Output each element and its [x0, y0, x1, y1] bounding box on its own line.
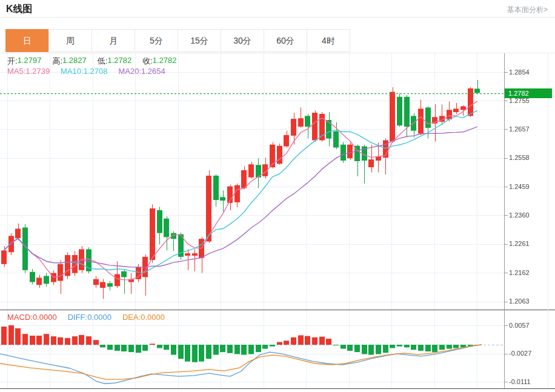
macd-legend-item: DEA:0.0000	[122, 313, 165, 322]
ohlc-legend-item: 开:1.2797	[7, 56, 41, 67]
legend-label: 低:	[98, 56, 108, 67]
ma-legend-item: MA20:1.2654	[118, 67, 165, 76]
ma-legend-item: MA5:1.2739	[7, 67, 50, 76]
legend-value: 1.2827	[62, 56, 87, 67]
legend-value: 0.0000	[33, 313, 57, 322]
price-tick-label: 1.2261	[509, 240, 530, 247]
tab-60分[interactable]: 60分	[264, 29, 307, 52]
legend-value: 1.2782	[107, 56, 131, 67]
ohlc-legend: 开:1.2797高:1.2827低:1.2782收:1.2782	[7, 56, 177, 67]
ohlc-legend-item: 收:1.2782	[142, 56, 176, 67]
legend-value: 1.2654	[141, 67, 165, 76]
legend-value: 0.0000	[87, 313, 111, 322]
price-tick-label: 1.2162	[509, 269, 530, 276]
tab-月[interactable]: 月	[91, 29, 135, 52]
legend-label: MA5:	[7, 67, 25, 76]
tab-15分[interactable]: 15分	[178, 29, 221, 52]
kline-app: K线图 基本面分析> 日周月5分15分30分60分4时 开:1.2797高:1.…	[0, 0, 555, 392]
price-tick-label: 1.2854	[509, 68, 530, 76]
legend-label: 高:	[52, 56, 62, 67]
macd-tick-label: -0.0027	[509, 350, 531, 357]
legend-label: 开:	[7, 56, 18, 67]
legend-label: MACD:	[7, 313, 33, 322]
ma-legend: MA5:1.2739MA10:1.2708MA20:1.2654	[7, 67, 165, 76]
current-price-badge: 1.2782	[505, 88, 552, 98]
legend-value: 1.2708	[84, 67, 108, 76]
ohlc-legend-item: 高:1.2827	[52, 56, 86, 67]
price-tick-label: 1.2755	[509, 97, 530, 104]
price-tick-label: 1.2558	[509, 154, 530, 161]
legend-label: MA10:	[61, 67, 84, 76]
tab-30分[interactable]: 30分	[221, 29, 264, 52]
price-tick-label: 1.2459	[509, 183, 530, 190]
macd-legend-item: DIFF:0.0000	[68, 313, 111, 322]
legend-value: 1.2797	[18, 56, 42, 67]
header-divider	[0, 17, 555, 18]
legend-value: 0.0000	[141, 313, 165, 322]
legend-label: MA20:	[118, 67, 141, 76]
legend-label: 收:	[142, 56, 153, 67]
legend-value: 1.2782	[153, 56, 177, 67]
page-title: K线图	[6, 3, 33, 16]
legend-value: 1.2739	[25, 67, 50, 76]
tab-周[interactable]: 周	[48, 29, 92, 52]
ohlc-legend-item: 低:1.2782	[98, 56, 131, 67]
macd-tick-label: 0.0057	[509, 322, 530, 329]
tab-4时[interactable]: 4时	[307, 29, 350, 52]
price-tick-label: 1.2360	[509, 211, 530, 219]
macd-legend: MACD:0.0000DIFF:0.0000DEA:0.0000	[7, 313, 165, 322]
tab-5分[interactable]: 5分	[135, 29, 178, 52]
macd-legend-item: MACD:0.0000	[7, 313, 57, 322]
price-tick-label: 1.2657	[509, 125, 530, 133]
legend-label: DIFF:	[68, 313, 88, 322]
price-tick-label: 1.2063	[509, 297, 530, 305]
interval-tab-bar: 日周月5分15分30分60分4时	[6, 29, 350, 52]
tab-日[interactable]: 日	[5, 29, 49, 52]
legend-label: DEA:	[122, 313, 141, 322]
fundamental-analysis-link[interactable]: 基本面分析>	[507, 5, 548, 15]
macd-tick-label: -0.0111	[509, 378, 531, 385]
ma-legend-item: MA10:1.2708	[61, 67, 107, 76]
